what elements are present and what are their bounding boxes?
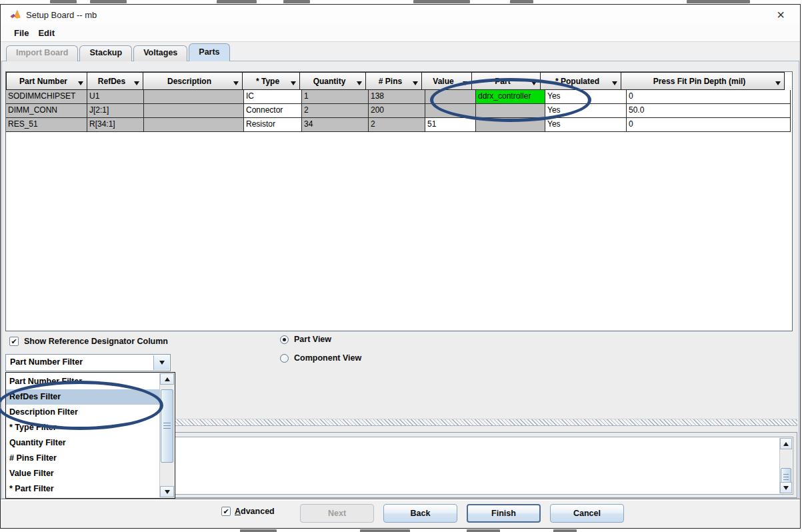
sort-arrow-icon[interactable] [531, 81, 537, 85]
sort-arrow-icon[interactable] [357, 81, 362, 85]
column-header-quantity[interactable]: Quantity [299, 72, 366, 90]
table-cell[interactable]: R[34:1] [87, 118, 144, 132]
table-cell[interactable]: 50.0 [627, 104, 791, 118]
sort-arrow-icon[interactable] [463, 81, 468, 85]
dropdown-item-type-filter[interactable]: * Type Filter [6, 420, 159, 435]
filter-dropdown-popup: Part Number FilterRefDes FilterDescripti… [5, 372, 175, 499]
table-cell[interactable]: RES_51 [6, 118, 87, 132]
sort-arrow-icon[interactable] [291, 81, 296, 85]
column-header-description[interactable]: Description [143, 72, 243, 90]
tab-voltages[interactable]: Voltages [133, 45, 187, 61]
column-header-part[interactable]: Part [471, 72, 541, 90]
column-header-label: Press Fit Pin Depth (mil) [651, 77, 755, 86]
table-cell[interactable]: Resistor [244, 118, 302, 132]
arrow-up-icon [783, 442, 789, 446]
table-cell[interactable] [476, 104, 545, 118]
log-vertical-scrollbar[interactable] [779, 438, 792, 493]
table-cell[interactable]: U1 [87, 90, 144, 104]
dropdown-item-pins-filter[interactable]: # Pins Filter [6, 451, 159, 466]
table-cell[interactable]: 138 [369, 90, 425, 104]
sort-arrow-icon[interactable] [612, 81, 617, 85]
dropdown-item-part-filter[interactable]: * Part Filter [6, 481, 159, 497]
background-artifact [467, 529, 500, 532]
table-row[interactable]: RES_51R[34:1]Resistor34251Yes0 [6, 118, 792, 132]
sort-arrow-icon[interactable] [233, 81, 239, 85]
sort-arrow-icon[interactable] [134, 81, 139, 85]
advanced-checkbox[interactable]: ✔ [221, 507, 231, 516]
table-cell[interactable] [144, 90, 244, 104]
radio-component-view[interactable] [280, 354, 289, 363]
tab-stackup[interactable]: Stackup [79, 45, 132, 61]
advanced-label: Advanced [235, 507, 275, 516]
table-cell[interactable]: 51 [425, 118, 476, 132]
table-row[interactable]: SODIMMCHIPSETU1IC1138ddrx_controllerYes0 [6, 90, 792, 104]
column-header-value[interactable]: Value [421, 72, 472, 90]
table-cell[interactable]: Yes [545, 118, 627, 132]
show-refdes-checkbox[interactable]: ✔ [9, 337, 19, 346]
scroll-up-icon[interactable] [780, 438, 792, 449]
close-icon[interactable]: × [772, 7, 789, 23]
dropdown-item-part-number-filter[interactable]: Part Number Filter [6, 374, 159, 389]
table-cell[interactable]: 0 [627, 118, 791, 132]
table-cell[interactable]: SODIMMCHIPSET [6, 90, 87, 104]
column-header-label: Value [430, 77, 463, 86]
tab-import-board[interactable]: Import Board [6, 45, 78, 61]
table-cell[interactable]: 2 [302, 104, 369, 118]
column-header-refdes[interactable]: RefDes [87, 72, 143, 90]
menu-edit[interactable]: Edit [38, 28, 55, 38]
dropdown-item-quantity-filter[interactable]: Quantity Filter [6, 435, 159, 451]
table-cell[interactable]: 2 [369, 118, 425, 132]
arrow-down-icon [165, 490, 170, 494]
table-cell[interactable] [144, 118, 244, 132]
table-cell[interactable] [425, 90, 476, 104]
table-cell[interactable]: IC [244, 90, 302, 104]
dropdown-vertical-scrollbar[interactable] [159, 373, 174, 497]
scroll-down-icon[interactable] [160, 486, 174, 497]
sort-arrow-icon[interactable] [78, 81, 83, 85]
table-cell[interactable] [425, 104, 476, 118]
table-row[interactable]: DIMM_CONNJ[2:1]Connector2200Yes50.0 [6, 104, 792, 118]
sort-arrow-icon[interactable] [775, 81, 781, 85]
table-cell[interactable] [144, 104, 244, 118]
dropdown-item-refdes-filter[interactable]: RefDes Filter [6, 389, 159, 405]
back-button[interactable]: Back [383, 504, 457, 523]
table-cell[interactable]: ddrx_controller [476, 90, 545, 104]
finish-button[interactable]: Finish [467, 504, 541, 523]
table-cell[interactable]: DIMM_CONN [6, 104, 87, 118]
dropdown-item-description-filter[interactable]: Description Filter [6, 405, 159, 420]
background-artifact [90, 0, 127, 3]
table-cell[interactable] [476, 118, 545, 132]
table-header-row: Part NumberRefDesDescription* TypeQuanti… [6, 72, 792, 90]
footer-separator [1, 499, 800, 501]
background-artifact [50, 0, 77, 3]
table-cell[interactable]: Yes [545, 90, 627, 104]
table-cell[interactable]: Connector [244, 104, 302, 118]
sort-arrow-icon[interactable] [413, 81, 418, 85]
table-cell[interactable]: 34 [302, 118, 369, 132]
table-cell[interactable]: J[2:1] [87, 104, 144, 118]
window-title: Setup Board -- mb [26, 10, 97, 20]
title-bar[interactable]: Setup Board -- mb × [1, 5, 800, 25]
show-refdes-checkbox-row: ✔ Show Reference Designator Column [9, 337, 168, 346]
cancel-button[interactable]: Cancel [550, 504, 624, 523]
menu-file[interactable]: File [14, 28, 29, 38]
scroll-down-icon[interactable] [780, 482, 792, 493]
scrollbar-thumb[interactable] [161, 389, 173, 463]
column-header-press-fit-pin-depth-mil[interactable]: Press Fit Pin Depth (mil) [621, 72, 785, 90]
column-header-pins[interactable]: # Pins [365, 72, 422, 90]
table-cell[interactable]: 200 [369, 104, 425, 118]
column-header-part-number[interactable]: Part Number [6, 72, 87, 90]
dropdown-item-value-filter[interactable]: Value Filter [6, 466, 159, 481]
scroll-up-icon[interactable] [160, 373, 174, 385]
tab-parts[interactable]: Parts [189, 43, 229, 61]
table-cell[interactable]: 1 [302, 90, 369, 104]
column-header-populated[interactable]: * Populated [540, 72, 621, 90]
arrow-up-icon [165, 377, 170, 381]
filter-column-combobox[interactable]: Part Number Filter [5, 354, 171, 371]
radio-part-view[interactable] [280, 335, 289, 344]
column-header-type[interactable]: * Type [242, 72, 300, 90]
table-cell[interactable]: Yes [545, 104, 627, 118]
table-cell[interactable]: 0 [627, 90, 791, 104]
combobox-arrow-button[interactable] [153, 355, 169, 370]
combobox-value: Part Number Filter [10, 357, 83, 367]
